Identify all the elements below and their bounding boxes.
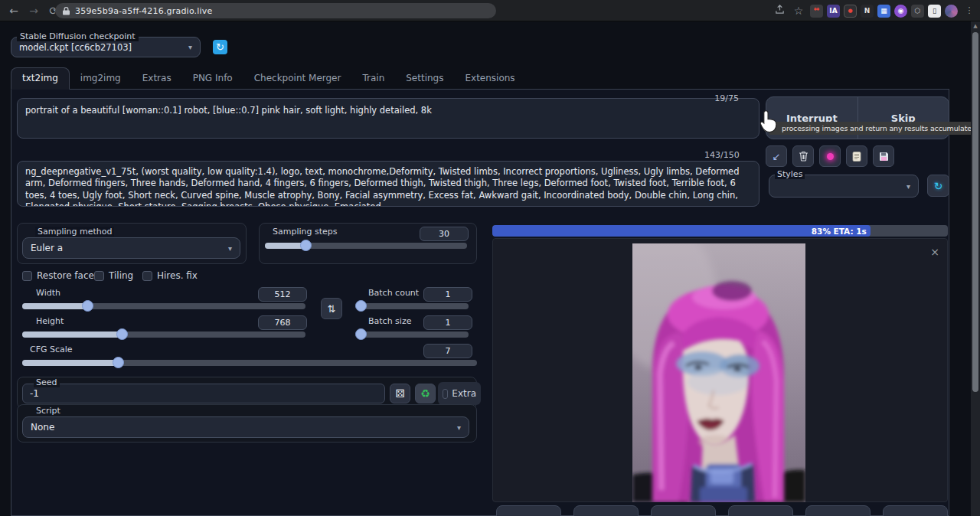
grid-blue-icon[interactable]: ▦ — [877, 5, 890, 18]
sampling-method-label: Sampling method — [35, 227, 114, 237]
seed-label: Seed — [34, 377, 60, 387]
batch-size-slider[interactable] — [358, 331, 469, 338]
save-style-button[interactable] — [873, 145, 894, 167]
output-action-button[interactable] — [573, 505, 639, 516]
slider-thumb[interactable] — [113, 357, 124, 368]
scrollbar-thumb[interactable] — [972, 32, 978, 392]
lock-icon — [63, 7, 70, 15]
sampling-steps-value[interactable]: 30 — [420, 227, 469, 241]
notion-icon[interactable]: N — [861, 5, 874, 18]
tab-extras[interactable]: Extras — [132, 68, 182, 89]
browser-back-button[interactable]: ← — [6, 3, 21, 18]
reader-icon[interactable]: ▯ — [928, 5, 941, 18]
extra-seed-label: Extra — [452, 388, 476, 399]
url-text: 359e5b9a-a5ff-4216.gradio.live — [75, 6, 213, 16]
width-value[interactable]: 512 — [258, 287, 307, 302]
share-icon[interactable] — [772, 3, 787, 18]
random-seed-button[interactable]: ⚄ — [390, 384, 410, 403]
prompt-input[interactable] — [17, 98, 760, 139]
prompt-tools-row: ↙ — [766, 145, 894, 167]
close-icon[interactable]: × — [930, 247, 939, 257]
arrow-down-left-icon: ↙ — [773, 151, 781, 162]
output-action-button[interactable] — [805, 505, 871, 516]
tab-extensions[interactable]: Extensions — [454, 68, 525, 89]
tab-train[interactable]: Train — [351, 68, 395, 89]
chevron-down-icon: ▾ — [457, 423, 461, 432]
batch-count-slider[interactable] — [358, 303, 469, 309]
tiling-checkbox[interactable] — [94, 271, 104, 281]
checkpoint-value: model.ckpt [cc6cb27103] — [19, 42, 132, 53]
recycle-icon: ♻ — [420, 387, 430, 400]
cfg-scale-slider[interactable] — [22, 360, 477, 366]
address-bar[interactable]: 359e5b9a-a5ff-4216.gradio.live — [55, 3, 496, 18]
browser-menu-icon[interactable]: ⋮ — [962, 3, 977, 18]
paste-generation-params-button[interactable]: ↙ — [766, 145, 787, 167]
slider-thumb[interactable] — [82, 300, 93, 312]
seed-input[interactable] — [22, 384, 385, 403]
avatar-icon[interactable] — [945, 5, 958, 18]
pink-dot-icon — [827, 153, 834, 160]
slider-thumb[interactable] — [300, 240, 312, 251]
image-output-panel: × — [492, 238, 948, 502]
output-action-button[interactable] — [883, 505, 948, 516]
page-scrollbar[interactable]: ▲ — [971, 21, 980, 516]
hires-fix-checkbox[interactable] — [142, 271, 152, 281]
checkpoint-label: Stable Diffusion checkpoint — [17, 31, 139, 41]
tab-txt2img[interactable]: txt2img — [11, 67, 70, 90]
output-actions-row — [496, 505, 948, 516]
mouse-cursor-hand-icon — [759, 109, 780, 134]
tab-settings[interactable]: Settings — [395, 68, 454, 89]
slider-thumb[interactable] — [355, 328, 367, 340]
styles-refresh-button[interactable]: ↻ — [927, 175, 949, 197]
height-slider[interactable] — [22, 331, 305, 338]
checkpoint-refresh-button[interactable]: ↻ — [213, 40, 227, 54]
scrollbar-up-arrow[interactable]: ▲ — [971, 21, 980, 31]
tab-checkpoint-merger[interactable]: Checkpoint Merger — [243, 68, 352, 89]
negative-token-counter: 143/150 — [704, 150, 739, 160]
tab-png-info[interactable]: PNG Info — [182, 68, 243, 89]
restore-faces-checkbox[interactable] — [22, 271, 32, 281]
browser-extensions-area: ☆ ᕯ IA ● N ▦ ◉ ⬡ ▯ ⋮ — [772, 2, 977, 19]
height-value[interactable]: 768 — [258, 315, 307, 330]
clear-prompt-button[interactable] — [792, 145, 814, 167]
apply-style-button[interactable] — [846, 145, 867, 167]
batch-size-label: Batch size — [366, 316, 413, 326]
swap-dimensions-button[interactable]: ⇅ — [321, 298, 342, 319]
generated-image[interactable] — [632, 243, 805, 502]
extra-seed-checkbox[interactable] — [443, 389, 448, 399]
slider-thumb[interactable] — [116, 328, 128, 340]
extra-networks-button[interactable] — [819, 145, 841, 167]
output-action-button[interactable] — [728, 505, 793, 516]
batch-count-value[interactable]: 1 — [423, 287, 472, 302]
slider-thumb[interactable] — [355, 300, 367, 312]
puzzle-icon[interactable]: ⬡ — [911, 5, 924, 18]
chevron-down-icon: ▾ — [188, 43, 192, 51]
stable-diffusion-webui: { "browser": { "url": "359e5b9a-a5ff-421… — [0, 0, 980, 516]
clipboard-icon — [852, 151, 861, 162]
script-dropdown[interactable]: None ▾ — [22, 416, 469, 438]
tab-img2img[interactable]: img2img — [70, 68, 132, 89]
script-value: None — [31, 422, 54, 433]
negative-prompt-input[interactable] — [17, 161, 760, 207]
sampling-method-dropdown[interactable]: Euler a ▾ — [22, 237, 240, 259]
circle-purple-icon[interactable]: ◉ — [894, 5, 907, 18]
progress-label: 83% ETA: 1s — [812, 227, 871, 236]
reuse-seed-button[interactable]: ♻ — [415, 384, 436, 403]
bookmark-star-icon[interactable]: ☆ — [791, 3, 806, 18]
browser-forward-button[interactable]: → — [26, 3, 41, 18]
camera-badge-icon[interactable]: ● — [844, 5, 857, 18]
ia-purple-icon[interactable]: IA — [827, 5, 840, 18]
styles-label: Styles — [775, 169, 805, 179]
width-slider[interactable] — [22, 303, 305, 309]
sampling-steps-slider[interactable] — [265, 243, 467, 249]
output-action-button[interactable] — [496, 505, 561, 516]
refresh-icon: ↻ — [934, 180, 943, 192]
width-label: Width — [34, 288, 63, 298]
batch-size-value[interactable]: 1 — [423, 315, 472, 330]
prompt-token-counter: 19/75 — [704, 93, 739, 103]
cfg-scale-value[interactable]: 7 — [423, 344, 472, 358]
restore-faces-option: Restore faces — [22, 270, 99, 281]
people-red-icon[interactable]: ᕯ — [810, 5, 823, 18]
sampling-steps-label: Sampling steps — [270, 227, 340, 237]
output-action-button[interactable] — [651, 505, 716, 516]
